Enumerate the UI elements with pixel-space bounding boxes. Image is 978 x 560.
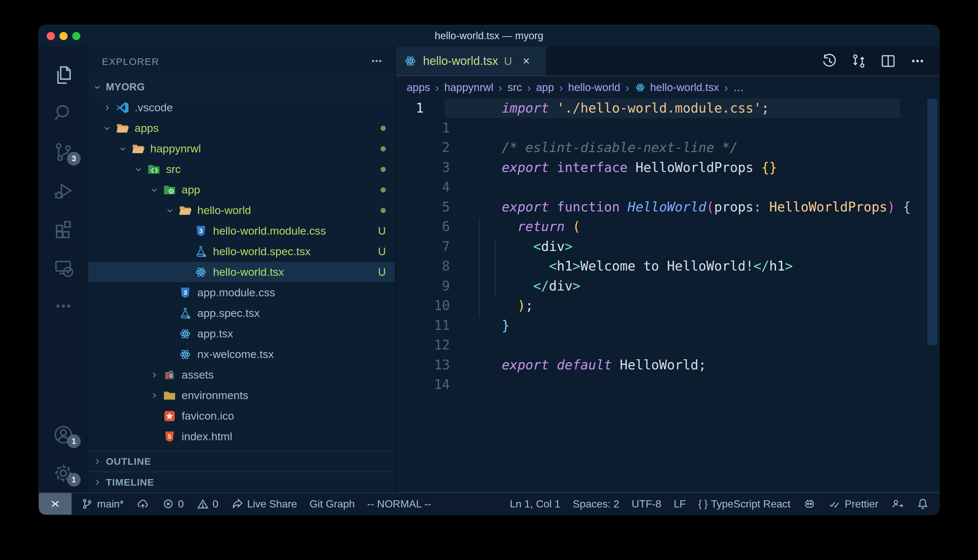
explorer-more-actions-icon[interactable]: [369, 54, 384, 70]
chevron-right-icon[interactable]: [103, 103, 111, 112]
tree-item-src[interactable]: src: [88, 159, 395, 180]
chevron-down-icon[interactable]: [103, 124, 111, 132]
breadcrumb-item-src[interactable]: src: [508, 81, 522, 94]
activity-item-accounts[interactable]: 1: [39, 415, 88, 454]
code-line-content: [471, 177, 502, 197]
status-item-warnings[interactable]: 0: [196, 497, 219, 510]
remote-indicator[interactable]: [39, 493, 72, 515]
chevron-down-icon[interactable]: [94, 83, 101, 92]
activity-item-run-debug[interactable]: [39, 171, 88, 210]
tree-item-hello-world-spec-tsx[interactable]: tshello-world.spec.tsxU: [88, 241, 395, 262]
status-item-prettier[interactable]: Prettier: [828, 497, 878, 510]
tab-hello-world-tsx[interactable]: hello-world.tsx U: [396, 47, 547, 75]
breadcrumb-item-hello-world-tsx[interactable]: hello-world.tsx: [634, 81, 719, 94]
status-item-encoding[interactable]: UTF-8: [632, 498, 662, 510]
indent-guide: [495, 238, 495, 297]
git-status-indicator: [381, 146, 395, 152]
chevron-down-icon[interactable]: [119, 145, 127, 153]
tree-item-favicon-ico[interactable]: favicon.ico: [88, 406, 395, 426]
chevron-right-icon[interactable]: [94, 457, 101, 466]
tree-item-hello-world-tsx[interactable]: hello-world.tsxU: [88, 262, 395, 282]
activity-item-explorer[interactable]: [39, 56, 88, 94]
tree-item-environments[interactable]: environments: [88, 385, 395, 406]
more-actions-icon[interactable]: [909, 53, 926, 70]
section-outline[interactable]: OUTLINE: [88, 451, 395, 472]
activity-item-source-control[interactable]: 3: [39, 133, 88, 171]
tree-item-app-tsx[interactable]: app.tsx: [88, 323, 395, 344]
chevron-down-icon[interactable]: [135, 165, 142, 173]
open-timeline-icon[interactable]: [821, 53, 838, 70]
status-item-sync[interactable]: [136, 497, 149, 510]
tree-item-index-html[interactable]: 5index.html: [88, 426, 395, 447]
activity-item-more[interactable]: [39, 287, 88, 325]
chevron-right-icon[interactable]: [150, 371, 158, 379]
chevron-down-icon[interactable]: [166, 206, 174, 215]
tree-item-happynrwl[interactable]: happynrwl: [88, 138, 395, 159]
breadcrumb-separator: ›: [620, 81, 634, 94]
status-item-eol[interactable]: LF: [674, 498, 685, 510]
breadcrumb-item--[interactable]: …: [733, 81, 744, 94]
activity-bar: 311: [39, 47, 88, 492]
root-label: MYORG: [106, 81, 145, 93]
status-item-cursor-position[interactable]: Ln 1, Col 1: [510, 498, 560, 510]
tree-item-app-spec-tsx[interactable]: tsapp.spec.tsx: [88, 303, 395, 323]
code-area[interactable]: 1import './hello-world.module.css';12/* …: [396, 98, 939, 492]
tree-item-label: app.tsx: [197, 327, 233, 340]
tree-item-nx-welcome-tsx[interactable]: nx-welcome.tsx: [88, 344, 395, 365]
tab-close-icon[interactable]: [521, 55, 532, 67]
breadcrumb-separator: ›: [493, 81, 507, 94]
line-number: 6: [396, 217, 471, 237]
tree-item-apps[interactable]: apps: [88, 118, 395, 138]
activity-item-settings[interactable]: 1: [39, 454, 88, 492]
tree-item-app-module-css[interactable]: 3app.module.css: [88, 282, 395, 303]
breadcrumb-item-happynrwl[interactable]: happynrwl: [444, 81, 493, 94]
status-item-notifications[interactable]: [916, 497, 930, 510]
tree-item-hello-world[interactable]: hello-world: [88, 200, 395, 221]
chevron-right-icon[interactable]: [150, 391, 158, 400]
breadcrumb-item-hello-world[interactable]: hello-world: [568, 81, 620, 94]
chevron-down-icon[interactable]: [150, 186, 158, 194]
status-item-branch[interactable]: main*: [81, 497, 124, 510]
status-item-indentation[interactable]: Spaces: 2: [573, 498, 619, 510]
breadcrumb-item-app[interactable]: app: [536, 81, 554, 94]
tab-label: hello-world.tsx: [423, 54, 498, 68]
breadcrumb-item-apps[interactable]: apps: [407, 81, 430, 94]
git-untracked-badge: U: [378, 225, 386, 237]
line-number: 7: [396, 237, 471, 257]
activity-item-remote-explorer[interactable]: [39, 248, 88, 287]
folder-open-icon: [115, 122, 129, 135]
activity-badge-settings: 1: [67, 473, 81, 487]
activity-item-search[interactable]: [39, 94, 88, 133]
git-untracked-badge: U: [378, 266, 386, 278]
section-timeline[interactable]: TIMELINE: [88, 472, 395, 492]
line-number: 1: [396, 98, 471, 118]
open-changes-icon[interactable]: [850, 53, 867, 70]
tree-item--vscode[interactable]: .vscode: [88, 97, 395, 118]
status-item-language-mode[interactable]: { }TypeScript React: [699, 498, 791, 510]
code-line: 11}: [396, 315, 939, 335]
split-editor-icon[interactable]: [880, 53, 897, 70]
svg-text:5: 5: [168, 433, 171, 440]
status-item-vim-mode[interactable]: -- NORMAL --: [367, 498, 431, 510]
code-line-content: <div>: [471, 237, 573, 257]
breadcrumb-label: happynrwl: [444, 81, 493, 94]
breadcrumb-separator: ›: [430, 81, 444, 94]
status-item-errors[interactable]: 0: [162, 497, 184, 510]
status-item-robot[interactable]: [803, 497, 816, 510]
tree-item-hello-world-module-css[interactable]: 3hello-world.module.cssU: [88, 221, 395, 241]
activity-item-extensions[interactable]: [39, 210, 88, 248]
editor-scrollbar[interactable]: [927, 99, 937, 345]
title-bar[interactable]: hello-world.tsx — myorg: [39, 25, 939, 47]
tree-root-myorg[interactable]: MYORG: [88, 77, 395, 97]
status-item-live-share[interactable]: Live Share: [231, 497, 297, 510]
line-number: 8: [396, 256, 471, 276]
chevron-right-icon[interactable]: [94, 478, 101, 487]
code-line-content: <h1>Welcome to HelloWorld!</h1>: [471, 256, 793, 276]
tree-item-label: hello-world.spec.tsx: [213, 245, 311, 258]
tree-item-app[interactable]: app: [88, 180, 395, 200]
tree-item-assets[interactable]: assets: [88, 365, 395, 385]
status-item-feedback[interactable]: [891, 497, 904, 510]
status-item-label: Prettier: [845, 498, 878, 510]
code-line: 7 <div>: [396, 237, 939, 257]
status-item-git-graph[interactable]: Git Graph: [309, 498, 355, 510]
